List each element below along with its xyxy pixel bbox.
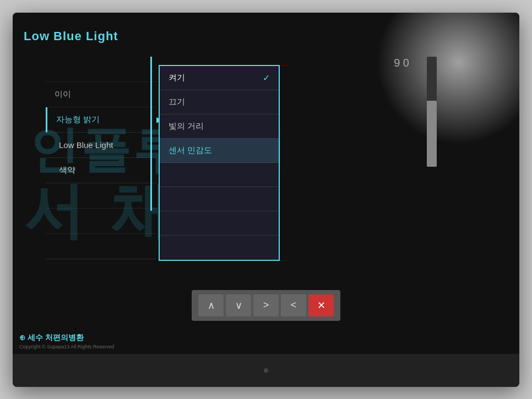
monitor-screen: 인플루인서 서 채널 Low Blue Light 이이 자능형 밝기 ▶ Lo… bbox=[13, 13, 519, 354]
nav-up-button[interactable]: ∧ bbox=[198, 294, 224, 316]
menu-item-empty1 bbox=[46, 57, 156, 82]
page-footer: ⊕ 세수 처편의병환 Copyright © Supapa13 All Righ… bbox=[19, 333, 114, 349]
dropdown-label-2: 빛의 거리 bbox=[169, 121, 204, 132]
nav-down-button[interactable]: ∨ bbox=[226, 294, 251, 316]
bezel-dot bbox=[264, 368, 268, 373]
v-slider[interactable] bbox=[427, 57, 437, 167]
osd-title: Low Blue Light bbox=[24, 29, 118, 43]
v-slider-track bbox=[427, 101, 437, 167]
menu-label-lowblue: Low Blue Light bbox=[59, 140, 113, 150]
nav-right-button[interactable]: > bbox=[253, 294, 279, 316]
monitor-bezel bbox=[13, 354, 519, 387]
checkmark-0: ✓ bbox=[263, 73, 270, 83]
menu-item-colorweak[interactable]: 색약 bbox=[46, 158, 156, 183]
vertical-accent bbox=[150, 57, 152, 211]
dropdown-label-6 bbox=[169, 218, 171, 228]
dropdown-label-3: 센서 민감도 bbox=[169, 145, 212, 156]
dropdown-label-4 bbox=[169, 170, 171, 179]
menu-label-io: 이이 bbox=[55, 89, 71, 100]
menu-label-brightness: 자능형 밝기 bbox=[56, 114, 100, 125]
dropdown-label-0: 켜기 bbox=[169, 73, 185, 83]
menu-item-empty4 bbox=[46, 209, 156, 234]
footer-copyright: Copyright © Supapa13 All Rights Reserved bbox=[19, 344, 114, 349]
dropdown-item-1[interactable]: 끄기 bbox=[160, 90, 279, 114]
dropdown-item-7 bbox=[160, 236, 279, 260]
dropdown-item-5 bbox=[160, 187, 279, 211]
nav-bar: ∧ ∨ > < ✕ bbox=[192, 290, 340, 321]
menu-item-empty3 bbox=[46, 183, 156, 209]
dropdown-item-2[interactable]: 빛의 거리 bbox=[160, 114, 279, 139]
value-display: 9 0 bbox=[394, 57, 409, 69]
nav-left-button[interactable]: < bbox=[281, 294, 306, 316]
dropdown-label-1: 끄기 bbox=[169, 97, 185, 107]
dropdown-item-0[interactable]: 켜기 ✓ bbox=[160, 66, 279, 90]
dropdown-item-3[interactable]: 센서 민감도 bbox=[160, 139, 279, 163]
menu-label-colorweak: 색약 bbox=[59, 165, 75, 176]
dropdown-item-6 bbox=[160, 211, 279, 236]
footer-logo: ⊕ 세수 처편의병환 bbox=[19, 333, 114, 343]
dropdown-item-4 bbox=[160, 163, 279, 187]
dropdown-label-7 bbox=[169, 243, 171, 252]
menu-item-lowblue[interactable]: Low Blue Light bbox=[46, 133, 156, 158]
light-effect bbox=[376, 13, 519, 145]
dropdown-label-5 bbox=[169, 194, 171, 204]
dropdown-menu: 켜기 ✓ 끄기 빛의 거리 센서 민감도 bbox=[159, 65, 280, 261]
nav-close-button[interactable]: ✕ bbox=[308, 294, 334, 316]
menu-item-empty2: 이이 bbox=[46, 82, 156, 107]
menu-item-empty5 bbox=[46, 234, 156, 259]
monitor-frame: 인플루인서 서 채널 Low Blue Light 이이 자능형 밝기 ▶ Lo… bbox=[13, 13, 519, 387]
left-menu: 이이 자능형 밝기 ▶ Low Blue Light 색약 bbox=[46, 57, 156, 259]
menu-item-brightness[interactable]: 자능형 밝기 ▶ bbox=[46, 107, 156, 133]
